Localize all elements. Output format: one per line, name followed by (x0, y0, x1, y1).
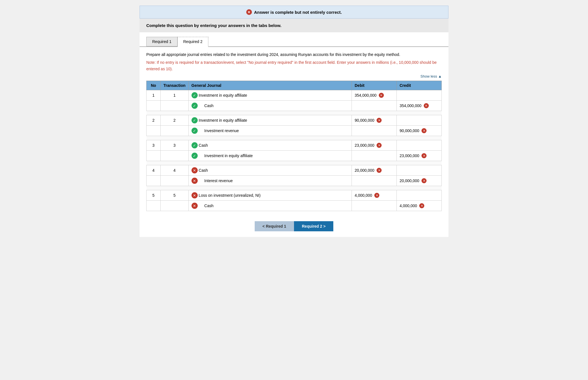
debit-cell-2-1[interactable] (352, 151, 397, 161)
description-note: Note: If no entry is required for a tran… (146, 59, 442, 72)
instruction-bar: Complete this question by entering your … (140, 19, 448, 32)
debit-x-icon[interactable]: ✕ (377, 118, 382, 123)
credit-cell-4-0[interactable] (397, 190, 442, 201)
trans-cell-1 (161, 126, 189, 136)
tab-required-1[interactable]: Required 1 (146, 37, 177, 46)
journal-cell-4-1[interactable]: ✕Cash (188, 201, 352, 211)
debit-cell-0-0[interactable]: 354,000,000✕ (352, 90, 397, 101)
table-row: ✓Investment revenue90,000,000✕ (147, 126, 442, 136)
col-header-credit: Credit (397, 81, 442, 90)
credit-cell-4-1[interactable]: 4,000,000✕ (397, 201, 442, 211)
trans-cell-0: 1 (161, 90, 189, 101)
journal-cell-3-0[interactable]: ✕Cash (188, 165, 352, 176)
debit-x-icon[interactable]: ✕ (377, 168, 382, 173)
journal-cell-3-1[interactable]: ✕Interest revenue (188, 176, 352, 186)
debit-cell-4-1[interactable] (352, 201, 397, 211)
instruction-text: Complete this question by entering your … (146, 23, 281, 28)
col-header-transaction: Transaction (161, 81, 189, 90)
journal-cell-2-0[interactable]: ✓Cash (188, 140, 352, 151)
credit-cell-0-1[interactable]: 354,000,000✕ (397, 101, 442, 111)
credit-cell-2-0[interactable] (397, 140, 442, 151)
credit-x-icon[interactable]: ✕ (419, 203, 424, 208)
no-cell-2: 3 (147, 140, 161, 151)
tabs-area: Required 1 Required 2 (140, 32, 448, 47)
credit-cell-3-0[interactable] (397, 165, 442, 176)
credit-x-icon[interactable]: ✕ (421, 153, 427, 158)
debit-x-icon[interactable]: ✕ (377, 143, 382, 148)
check-green-icon: ✓ (192, 153, 198, 159)
check-red-icon: ✕ (192, 192, 198, 198)
trans-cell-3: 4 (161, 165, 189, 176)
debit-x-icon[interactable]: ✕ (374, 193, 379, 198)
spacer-row (147, 136, 442, 140)
credit-cell-0-0[interactable] (397, 90, 442, 101)
table-row: ✕Cash4,000,000✕ (147, 201, 442, 211)
credit-x-icon[interactable]: ✕ (421, 128, 427, 133)
description-area: Prepare all appropriate journal entries … (140, 47, 448, 74)
prev-button[interactable]: < Required 1 (255, 221, 294, 231)
no-cell-1 (147, 126, 161, 136)
description-main: Prepare all appropriate journal entries … (146, 51, 442, 58)
journal-cell-0-1[interactable]: ✓Cash (188, 101, 352, 111)
tab-required-2[interactable]: Required 2 (177, 37, 209, 47)
check-red-icon: ✕ (192, 178, 198, 184)
table-row: ✕Interest revenue20,000,000✕ (147, 176, 442, 186)
table-row: 33✓Cash23,000,000✕ (147, 140, 442, 151)
credit-x-icon[interactable]: ✕ (421, 178, 427, 183)
table-row: 44✕Cash20,000,000✕ (147, 165, 442, 176)
table-row: 22✓Investment in equity affiliate90,000,… (147, 115, 442, 126)
trans-cell-0 (161, 101, 189, 111)
no-cell-2 (147, 151, 161, 161)
journal-table: No Transaction General Journal Debit Cre… (146, 81, 442, 211)
table-row: 11✓Investment in equity affiliate354,000… (147, 90, 442, 101)
check-red-icon: ✕ (192, 203, 198, 209)
credit-x-icon[interactable]: ✕ (424, 103, 429, 108)
col-header-debit: Debit (352, 81, 397, 90)
check-red-icon: ✕ (192, 167, 198, 173)
alert-icon: ✕ (246, 9, 252, 15)
credit-cell-1-1[interactable]: 90,000,000✕ (397, 126, 442, 136)
journal-cell-1-1[interactable]: ✓Investment revenue (188, 126, 352, 136)
trans-cell-2: 3 (161, 140, 189, 151)
journal-cell-4-0[interactable]: ✕Loss on investment (unrealized, NI) (188, 190, 352, 201)
credit-cell-1-0[interactable] (397, 115, 442, 126)
no-cell-1: 2 (147, 115, 161, 126)
no-cell-4: 5 (147, 190, 161, 201)
debit-cell-2-0[interactable]: 23,000,000✕ (352, 140, 397, 151)
journal-cell-1-0[interactable]: ✓Investment in equity affiliate (188, 115, 352, 126)
debit-cell-0-1[interactable] (352, 101, 397, 111)
no-cell-0 (147, 101, 161, 111)
credit-cell-3-1[interactable]: 20,000,000✕ (397, 176, 442, 186)
no-cell-0: 1 (147, 90, 161, 101)
next-button[interactable]: Required 2 > (294, 221, 333, 231)
spacer-row (147, 111, 442, 115)
check-green-icon: ✓ (192, 142, 198, 148)
trans-cell-3 (161, 176, 189, 186)
debit-cell-3-0[interactable]: 20,000,000✕ (352, 165, 397, 176)
nav-buttons: < Required 1 Required 2 > (140, 217, 448, 237)
trans-cell-2 (161, 151, 189, 161)
credit-cell-2-1[interactable]: 23,000,000✕ (397, 151, 442, 161)
no-cell-4 (147, 201, 161, 211)
col-header-no: No (147, 81, 161, 90)
no-cell-3: 4 (147, 165, 161, 176)
check-green-icon: ✓ (192, 117, 198, 123)
trans-cell-4: 5 (161, 190, 189, 201)
spacer-row (147, 186, 442, 190)
alert-text: Answer is complete but not entirely corr… (254, 10, 342, 15)
debit-cell-4-0[interactable]: 4,000,000✕ (352, 190, 397, 201)
no-cell-3 (147, 176, 161, 186)
journal-cell-2-1[interactable]: ✓Investment in equity affiliate (188, 151, 352, 161)
show-less-button[interactable]: Show less (140, 74, 448, 81)
spacer-row (147, 161, 442, 165)
journal-cell-0-0[interactable]: ✓Investment in equity affiliate (188, 90, 352, 101)
debit-cell-3-1[interactable] (352, 176, 397, 186)
table-row: ✓Investment in equity affiliate23,000,00… (147, 151, 442, 161)
check-green-icon: ✓ (192, 103, 198, 109)
check-green-icon: ✓ (192, 128, 198, 134)
debit-cell-1-0[interactable]: 90,000,000✕ (352, 115, 397, 126)
debit-x-icon[interactable]: ✕ (379, 93, 384, 98)
trans-cell-1: 2 (161, 115, 189, 126)
debit-cell-1-1[interactable] (352, 126, 397, 136)
check-green-icon: ✓ (192, 92, 198, 98)
